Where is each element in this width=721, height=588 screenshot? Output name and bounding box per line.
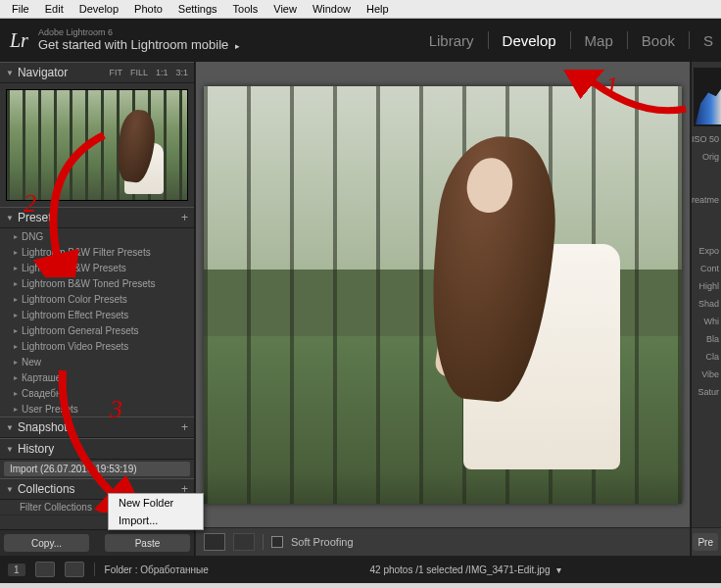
preview-subject (105, 108, 168, 196)
right-panel: ISO 50 Orig Treatme Expo Cont Highl Shad… (691, 62, 721, 556)
preset-folder[interactable]: ▸Lightroom B&W Toned Presets (0, 275, 194, 291)
module-sep (627, 31, 628, 49)
history-step[interactable]: Import (26.07.2019 19:53:19) (4, 462, 190, 476)
preset-folder[interactable]: ▸DNG (0, 228, 194, 244)
menu-edit[interactable]: Edit (37, 2, 72, 16)
preset-label: Карташев (22, 372, 67, 383)
menu-help[interactable]: Help (359, 2, 397, 16)
basic-slider-label: Bla (706, 334, 721, 344)
context-import[interactable]: Import... (109, 512, 203, 529)
add-preset-icon[interactable]: + (181, 211, 188, 224)
filmstrip-count-chip: 1 (8, 564, 25, 576)
basic-slider-label: Cont (700, 264, 721, 273)
add-snapshot-icon[interactable]: + (181, 420, 188, 434)
image-canvas-area (196, 62, 690, 527)
iso-label: ISO 50 (692, 134, 721, 144)
chevron-right-icon: ▸ (14, 264, 18, 272)
main-photo[interactable] (204, 86, 682, 504)
preset-folder[interactable]: ▸User Presets (0, 401, 194, 416)
preset-label: Lightroom Color Presets (22, 294, 127, 305)
module-map[interactable]: Map (585, 32, 613, 49)
menu-file[interactable]: File (4, 2, 37, 16)
nav-mode-fill[interactable]: FILL (130, 68, 148, 77)
disclosure-triangle-icon: ▼ (6, 214, 14, 222)
copy-settings-button[interactable]: Copy... (4, 534, 89, 552)
panel-presets-header[interactable]: ▼ Presets + (0, 207, 194, 228)
module-develop[interactable]: Develop (503, 32, 556, 49)
menu-photo[interactable]: Photo (126, 2, 170, 16)
before-after-button[interactable] (233, 533, 255, 551)
menu-settings[interactable]: Settings (170, 2, 225, 16)
preset-label: Lightroom B&W Toned Presets (22, 278, 156, 289)
panel-navigator-title: Navigator (18, 66, 110, 79)
folder-path-label[interactable]: Folder : Обработанные (105, 564, 209, 575)
preset-folder[interactable]: ▸Lightroom Video Presets (0, 338, 194, 354)
module-library[interactable]: Library (429, 32, 474, 49)
chevron-right-icon: ▸ (14, 248, 18, 257)
left-panel: ▼ Navigator FIT FILL 1:1 3:1 ▼ Presets +… (0, 62, 195, 556)
previous-button[interactable]: Pre (693, 533, 718, 551)
preset-label: Lightroom Effect Presets (22, 310, 128, 320)
menu-window[interactable]: Window (305, 2, 359, 16)
basic-slider-label: Highl (698, 281, 721, 291)
photo-subject (395, 136, 620, 489)
nav-mode-fit[interactable]: FIT (109, 68, 122, 77)
disclosure-triangle-icon: ▼ (6, 485, 14, 494)
preset-folder[interactable]: ▸New (0, 354, 194, 369)
center-panel: Soft Proofing (195, 62, 691, 556)
panel-history-header[interactable]: ▼ History (0, 438, 194, 460)
app-body: ▼ Navigator FIT FILL 1:1 3:1 ▼ Presets +… (0, 62, 721, 556)
original-label: Orig (702, 152, 721, 162)
preset-folder[interactable]: ▸Lightroom Effect Presets (0, 307, 194, 322)
presets-list: ▸DNG ▸Lightroom B&W Filter Presets ▸Ligh… (0, 228, 194, 416)
panel-snapshots-title: Snapshots (18, 420, 181, 434)
chevron-down-icon[interactable]: ▾ (556, 564, 561, 575)
navigator-preview[interactable] (6, 89, 188, 201)
histogram[interactable] (694, 68, 721, 126)
soft-proofing-label: Soft Proofing (291, 536, 354, 548)
preset-folder[interactable]: ▸Lightroom Color Presets (0, 291, 194, 307)
identity-plate[interactable]: Adobe Lightroom 6 Get started with Light… (38, 28, 240, 52)
module-book[interactable]: Book (642, 32, 675, 49)
preset-folder[interactable]: ▸Lightroom General Presets (0, 322, 194, 338)
chevron-right-icon: ▸ (14, 373, 18, 382)
preset-label: DNG (22, 231, 43, 242)
preset-folder[interactable]: ▸Карташев (0, 369, 194, 385)
preset-folder[interactable]: ▸Lightroom B&W Filter Presets (0, 244, 194, 260)
treatment-label: Treatme (691, 195, 721, 205)
mobile-cta-label: Get started with Lightroom mobile (38, 37, 228, 52)
second-window-icon[interactable] (65, 562, 84, 577)
chevron-right-icon: ▸ (14, 326, 18, 335)
chevron-right-icon: ▸ (14, 232, 18, 241)
copy-paste-bar: Copy... Paste (0, 529, 194, 556)
menu-view[interactable]: View (265, 2, 305, 16)
paste-settings-button[interactable]: Paste (105, 534, 190, 552)
preset-folder[interactable]: ▸Свадебне (0, 385, 194, 401)
loupe-view-button[interactable] (204, 533, 225, 551)
module-more[interactable]: S (703, 32, 713, 49)
nav-mode-1to1[interactable]: 1:1 (156, 68, 168, 77)
menu-tools[interactable]: Tools (225, 2, 266, 16)
preset-folder[interactable]: ▸Lightroom B&W Presets (0, 260, 194, 275)
soft-proofing-checkbox[interactable] (271, 536, 283, 548)
panel-navigator-header[interactable]: ▼ Navigator FIT FILL 1:1 3:1 (0, 62, 194, 83)
module-sep (570, 31, 571, 49)
right-toolbar: Pre (691, 527, 721, 556)
basic-slider-label: Shad (698, 299, 721, 309)
preset-label: Lightroom Video Presets (22, 341, 128, 352)
chevron-right-icon: ▸ (14, 279, 18, 288)
basic-slider-label: Whi (704, 317, 722, 326)
preset-label: Lightroom B&W Filter Presets (22, 247, 151, 258)
filmstrip-status: 42 photos /1 selected /IMG_3471-Edit.jpg (369, 564, 550, 575)
preset-label: Lightroom B&W Presets (22, 263, 126, 273)
lightroom-logo: Lr (10, 29, 28, 52)
disclosure-triangle-icon: ▼ (6, 445, 14, 454)
os-menubar: File Edit Develop Photo Settings Tools V… (0, 0, 721, 19)
nav-mode-3to1[interactable]: 3:1 (175, 68, 188, 77)
panel-snapshots-header[interactable]: ▼ Snapshots + (0, 416, 194, 438)
grid-view-icon[interactable] (35, 562, 55, 577)
context-new-folder[interactable]: New Folder (109, 494, 203, 512)
presets-context-menu: New Folder Import... (108, 493, 204, 530)
panel-history-title: History (18, 442, 188, 456)
menu-develop[interactable]: Develop (72, 2, 126, 16)
